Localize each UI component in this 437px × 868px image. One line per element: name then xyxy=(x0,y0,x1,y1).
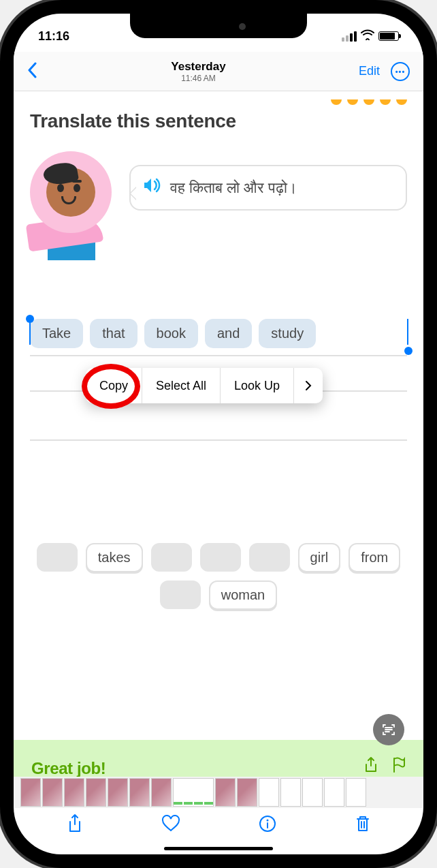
cellular-icon xyxy=(342,31,357,42)
word-bank: takes girl from woman xyxy=(30,543,407,610)
back-button[interactable] xyxy=(27,60,38,83)
feedback-bar: Great job! xyxy=(14,740,423,781)
menu-select-all[interactable]: Select All xyxy=(142,368,221,403)
status-icons xyxy=(342,29,399,44)
answer-chip[interactable]: and xyxy=(205,319,252,348)
share-button[interactable] xyxy=(67,813,83,839)
notch xyxy=(130,14,307,38)
answer-chip[interactable]: Take xyxy=(30,319,83,348)
flag-icon[interactable] xyxy=(391,756,406,778)
phone-frame: 11:16 Yesterday 11:46 AM Edit ••• xyxy=(0,0,437,868)
nav-bar: Yesterday 11:46 AM Edit ••• xyxy=(14,52,423,91)
edit-button[interactable]: Edit xyxy=(359,64,380,78)
bank-chip[interactable]: from xyxy=(349,543,400,572)
menu-look-up[interactable]: Look Up xyxy=(221,368,294,403)
thumbnail[interactable] xyxy=(64,778,84,807)
thumbnail[interactable] xyxy=(346,778,366,807)
text-context-menu: Copy Select All Look Up xyxy=(86,368,323,403)
used-slot xyxy=(151,543,192,572)
character-avatar xyxy=(30,151,118,260)
thumbnail-strip[interactable] xyxy=(14,777,423,808)
bank-chip[interactable]: woman xyxy=(209,580,277,610)
hearts-row xyxy=(30,99,407,106)
menu-more[interactable] xyxy=(294,368,323,403)
svg-point-1 xyxy=(266,819,268,821)
nav-title: Yesterday 11:46 AM xyxy=(171,60,225,83)
used-slot xyxy=(160,580,201,609)
delete-button[interactable] xyxy=(355,814,371,838)
info-button[interactable] xyxy=(259,815,276,837)
share-icon[interactable] xyxy=(363,756,378,778)
thumbnail[interactable] xyxy=(20,778,41,807)
more-button[interactable]: ••• xyxy=(391,62,410,81)
photo-content[interactable]: Translate this sentence वह किताब लो और प… xyxy=(14,91,423,854)
answer-chip[interactable]: study xyxy=(259,319,316,348)
status-time: 11:16 xyxy=(38,29,69,44)
answer-chip[interactable]: book xyxy=(144,319,198,348)
used-slot xyxy=(37,543,78,572)
favorite-button[interactable] xyxy=(161,815,180,837)
speaker-icon[interactable] xyxy=(143,177,162,198)
used-slot xyxy=(249,543,290,572)
feedback-text: Great job! xyxy=(31,759,106,778)
lesson-prompt: Translate this sentence xyxy=(30,110,407,132)
nav-title-main: Yesterday xyxy=(171,60,225,74)
speech-bubble[interactable]: वह किताब लो और पढ़ो। xyxy=(129,165,407,211)
thumbnail[interactable] xyxy=(42,778,63,807)
thumbnail-current[interactable] xyxy=(173,778,214,807)
battery-icon xyxy=(378,31,399,41)
thumbnail[interactable] xyxy=(302,778,323,807)
thumbnail[interactable] xyxy=(215,778,236,807)
screen: 11:16 Yesterday 11:46 AM Edit ••• xyxy=(14,14,423,854)
thumbnail[interactable] xyxy=(86,778,106,807)
sentence-text: वह किताब लो और पढ़ो। xyxy=(170,179,297,197)
thumbnail[interactable] xyxy=(108,778,128,807)
home-indicator[interactable] xyxy=(164,847,273,850)
menu-copy[interactable]: Copy xyxy=(86,368,142,403)
thumbnail[interactable] xyxy=(259,778,279,807)
thumbnail[interactable] xyxy=(324,778,344,807)
wifi-icon xyxy=(361,29,374,44)
live-text-button[interactable] xyxy=(373,714,404,745)
thumbnail[interactable] xyxy=(280,778,301,807)
toolbar xyxy=(14,808,423,843)
thumbnail[interactable] xyxy=(237,778,257,807)
used-slot xyxy=(200,543,241,572)
bank-chip[interactable]: takes xyxy=(86,543,143,572)
answer-chip[interactable]: that xyxy=(90,319,137,348)
nav-title-sub: 11:46 AM xyxy=(171,74,225,83)
bank-chip[interactable]: girl xyxy=(298,543,341,572)
thumbnail[interactable] xyxy=(151,778,172,807)
selection-handle-end[interactable] xyxy=(404,347,412,355)
answer-row[interactable]: Take that book and study xyxy=(30,316,407,351)
thumbnail[interactable] xyxy=(129,778,150,807)
